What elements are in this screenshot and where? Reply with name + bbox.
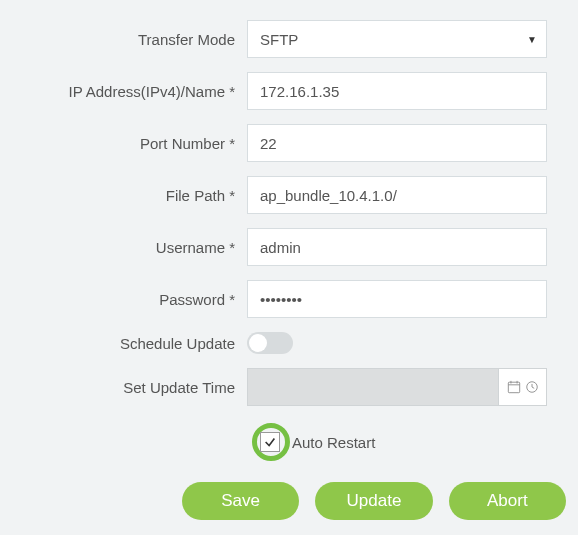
label-ip-address: IP Address(IPv4)/Name *	[12, 83, 247, 100]
update-time-field[interactable]	[247, 368, 547, 406]
label-auto-restart: Auto Restart	[292, 434, 375, 451]
label-password: Password *	[12, 291, 247, 308]
row-set-time: Set Update Time	[12, 368, 566, 406]
file-path-input[interactable]	[247, 176, 547, 214]
transfer-mode-select[interactable]: SFTP	[247, 20, 547, 58]
row-ip-address: IP Address(IPv4)/Name *	[12, 72, 566, 110]
row-auto-restart: Auto Restart	[12, 432, 566, 452]
calendar-icon	[507, 380, 521, 394]
port-input[interactable]	[247, 124, 547, 162]
label-file-path: File Path *	[12, 187, 247, 204]
update-time-box	[247, 368, 499, 406]
clock-icon	[525, 380, 539, 394]
label-schedule: Schedule Update	[12, 335, 247, 352]
select-wrap: SFTP ▼	[247, 20, 547, 58]
row-password: Password *	[12, 280, 566, 318]
row-port: Port Number *	[12, 124, 566, 162]
label-username: Username *	[12, 239, 247, 256]
update-button[interactable]: Update	[315, 482, 432, 520]
row-username: Username *	[12, 228, 566, 266]
check-icon	[263, 435, 277, 449]
row-transfer-mode: Transfer Mode SFTP ▼	[12, 20, 566, 58]
password-input[interactable]	[247, 280, 547, 318]
toggle-knob	[249, 334, 267, 352]
abort-button[interactable]: Abort	[449, 482, 566, 520]
auto-restart-checkbox[interactable]	[260, 432, 280, 452]
schedule-toggle[interactable]	[247, 332, 293, 354]
label-set-time: Set Update Time	[12, 379, 247, 396]
row-schedule: Schedule Update	[12, 332, 566, 354]
update-time-icons[interactable]	[499, 368, 547, 406]
svg-rect-0	[508, 382, 519, 393]
svg-line-6	[532, 387, 534, 388]
row-file-path: File Path *	[12, 176, 566, 214]
save-button[interactable]: Save	[182, 482, 299, 520]
label-transfer-mode: Transfer Mode	[12, 31, 247, 48]
ip-address-input[interactable]	[247, 72, 547, 110]
username-input[interactable]	[247, 228, 547, 266]
button-row: Save Update Abort	[12, 482, 566, 520]
label-port: Port Number *	[12, 135, 247, 152]
